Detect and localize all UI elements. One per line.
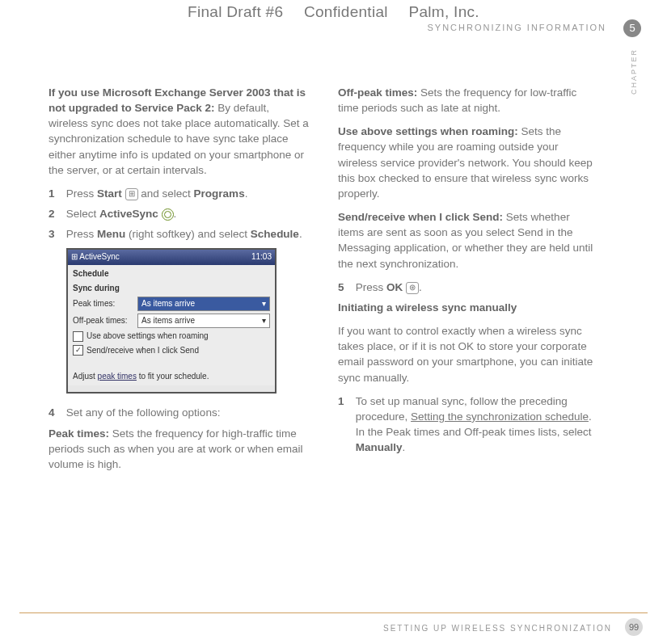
step-text: To set up manual sync, follow the preced… [356, 394, 597, 456]
draft-label: Final Draft #6 [188, 3, 283, 20]
left-column: If you use Microsoft Exchange Server 200… [49, 85, 309, 480]
roaming-option: Use above settings when roaming: Sets th… [338, 124, 598, 201]
ss-titlebar: ⊞ ActiveSync 11:03 [68, 250, 275, 264]
cross-ref-link: Setting the synchronization schedule [411, 410, 589, 423]
ss-offpeak-dropdown: As items arrive▾ [137, 314, 270, 328]
ss-clock: 11:03 [251, 251, 272, 263]
ok-button-icon: ⊛ [406, 282, 419, 294]
step-text: Select ActiveSync . [66, 206, 307, 221]
right-column: Off-peak times: Sets the frequency for l… [338, 85, 598, 480]
content-area: If you use Microsoft Exchange Server 200… [49, 85, 598, 480]
ss-adjust-line: Adjust peak times to fit your schedule. [73, 371, 270, 382]
header: Final Draft #6 Confidential Palm, Inc. [0, 3, 667, 21]
intro-paragraph: If you use Microsoft Exchange Server 200… [49, 85, 309, 178]
chapter-number-badge: 5 [623, 19, 641, 37]
ss-roaming-label: Use above settings when roaming [87, 330, 209, 342]
step-number: 3 [49, 226, 63, 242]
manual-step-1: 1 To set up manual sync, follow the prec… [338, 394, 598, 456]
step-5: 5 Press OK ⊛. [338, 280, 598, 295]
step-1: 1 Press Start ⊞ and select Programs. [49, 186, 309, 201]
step-number: 2 [49, 206, 63, 221]
manual-sync-intro: If you want to control exactly when a wi… [338, 323, 598, 385]
offpeak-option: Off-peak times: Sets the frequency for l… [338, 85, 598, 116]
windows-start-icon: ⊞ [125, 188, 138, 200]
step-4: 4 Set any of the following options: [49, 405, 309, 420]
ss-heading: Schedule [73, 268, 270, 280]
send-option: Send/receive when I click Send: Sets whe… [338, 209, 598, 271]
windows-flag-icon: ⊞ [71, 252, 78, 261]
ss-body: Schedule Sync during Peak times: As item… [68, 265, 275, 385]
ss-peak-dropdown: As items arrive▾ [137, 297, 270, 311]
footer-text: SETTING UP WIRELESS SYNCHRONIZATION [383, 624, 612, 633]
ss-peak-label: Peak times: [73, 298, 134, 309]
step-number: 1 [49, 186, 63, 201]
company-label: Palm, Inc. [408, 3, 479, 20]
confidential-label: Confidential [304, 3, 388, 20]
chevron-down-icon: ▾ [262, 315, 266, 326]
step-number: 5 [338, 280, 352, 295]
ss-offpeak-label: Off-peak times: [73, 315, 134, 326]
step-text: Press Start ⊞ and select Programs. [66, 186, 307, 201]
page-number-badge: 99 [625, 618, 643, 636]
ss-send-label: Send/receive when I click Send [87, 345, 199, 356]
ss-sync-during: Sync during [73, 283, 270, 294]
header-line: Final Draft #6 Confidential Palm, Inc. [0, 3, 667, 21]
step-text: Set any of the following options: [66, 405, 307, 420]
step-3: 3 Press Menu (right softkey) and select … [49, 226, 309, 242]
footer-rule [19, 612, 648, 613]
peak-times-option: Peak times: Sets the frequency for high-… [49, 426, 309, 472]
ss-roaming-checkbox [73, 331, 83, 342]
step-number: 4 [49, 405, 63, 420]
step-2: 2 Select ActiveSync . [49, 206, 309, 221]
step-text: Press OK ⊛. [356, 280, 597, 295]
activesync-icon [162, 208, 174, 221]
chevron-down-icon: ▾ [262, 298, 266, 309]
step-text: Press Menu (right softkey) and select Sc… [66, 226, 307, 242]
ss-send-checkbox: ✓ [73, 345, 83, 356]
chapter-label: CHAPTER [630, 48, 638, 95]
ss-peak-times-link: peak times [98, 372, 137, 381]
step-number: 1 [338, 394, 352, 409]
activesync-screenshot: ⊞ ActiveSync 11:03 Schedule Sync during … [66, 248, 277, 394]
manual-sync-title: Initiating a wireless sync manually [338, 300, 598, 315]
section-title: SYNCHRONIZING INFORMATION [427, 23, 606, 32]
